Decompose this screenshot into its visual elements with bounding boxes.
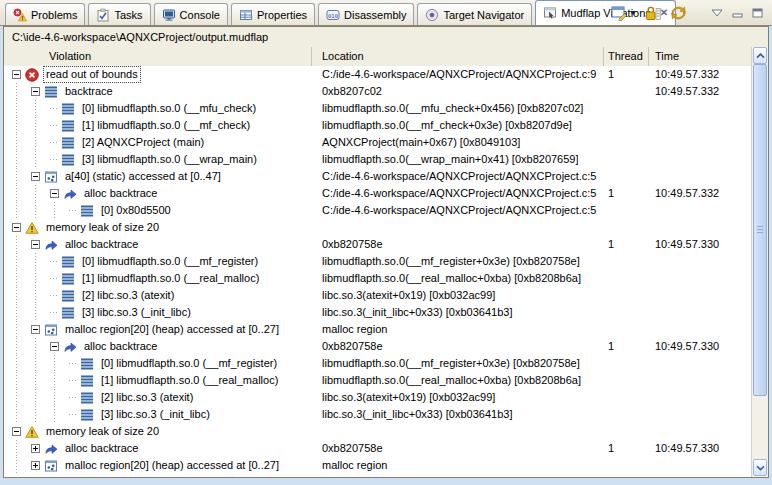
collapse-minus-icon[interactable] (12, 427, 21, 436)
tree-twig (69, 397, 78, 398)
view-tab-bar: ProblemsTasksConsoleProperties010Disasse… (0, 0, 772, 26)
tree-rail (31, 270, 50, 287)
collapse-minus-icon[interactable] (31, 240, 40, 249)
expand-plus-icon[interactable] (31, 444, 40, 453)
backtrace-icon (61, 102, 75, 116)
tree-rail (31, 253, 50, 270)
backtrace-icon (80, 357, 94, 371)
tree-rail (50, 406, 69, 423)
location-cell: libmudflapth.so.0(__real_malloc+0xba) [0… (312, 270, 604, 287)
table-row[interactable]: alloc backtrace0xb820758e110:49.57.330 (4, 236, 751, 253)
violation-label: alloc backtrace (81, 338, 160, 355)
tree-rail (31, 304, 50, 321)
problems-icon (13, 8, 27, 22)
table-row[interactable]: [3] libmudflapth.so.0 (__wrap_main)libmu… (4, 151, 751, 168)
tab-properties[interactable]: Properties (231, 3, 315, 25)
table-row[interactable]: memory leak of size 20 (4, 219, 751, 236)
scroll-lock-button[interactable] (644, 4, 662, 22)
table-row[interactable]: [0] 0x80d5500C:/ide-4.6-workspace/AQNXCP… (4, 202, 751, 219)
tree-rail (31, 185, 50, 202)
table-row[interactable]: alloc backtraceC:/ide-4.6-workspace/AQNX… (4, 185, 751, 202)
table-row[interactable]: alloc backtrace0xb820758e110:49.57.330 (4, 338, 751, 355)
table-row[interactable]: [2] AQNXCProject (main)AQNXCProject(main… (4, 134, 751, 151)
column-header-violation[interactable]: Violation (4, 47, 312, 66)
table-row[interactable]: memory leak of size 20 (4, 423, 751, 440)
collapse-minus-icon[interactable] (31, 325, 40, 334)
tree-rail (12, 100, 31, 117)
table-row[interactable]: [0] libmudflapth.so.0 (__mf_register)lib… (4, 355, 751, 372)
collapse-minus-icon[interactable] (50, 342, 59, 351)
tree-rail (12, 236, 31, 253)
tree-rail (12, 304, 31, 321)
time-cell: 10:49.57.332 (649, 83, 751, 100)
tree-rail (31, 100, 50, 117)
time-cell (649, 423, 751, 440)
dropdown-arrow-icon[interactable] (630, 11, 636, 15)
tree-rail (12, 355, 31, 372)
time-cell (649, 117, 751, 134)
backtrace-icon (61, 255, 75, 269)
collapse-minus-icon[interactable] (31, 87, 40, 96)
mudflap-violations-icon (543, 6, 557, 20)
minimize-button[interactable] (731, 8, 744, 19)
location-cell: malloc region (312, 321, 604, 338)
location-cell (312, 423, 604, 440)
table-row[interactable]: [1] libmudflapth.so.0 (__real_malloc)lib… (4, 372, 751, 389)
location-cell: 0xb820758e (312, 338, 604, 355)
table-row[interactable]: [1] libmudflapth.so.0 (__real_malloc)lib… (4, 270, 751, 287)
tree-rail (12, 117, 31, 134)
collapse-minus-icon[interactable] (12, 70, 21, 79)
maximize-button[interactable] (751, 7, 764, 19)
column-header-location[interactable]: Location (312, 47, 604, 66)
table-row[interactable]: a[40] (static) accessed at [0..47]C:/ide… (4, 168, 751, 185)
tab-label: Target Navigator (443, 9, 524, 21)
thread-cell (604, 100, 649, 117)
table-row[interactable]: backtrace0xb8207c0210:49.57.332 (4, 83, 751, 100)
location-cell: C:/ide-4.6-workspace/AQNXCProject/AQNXCP… (312, 202, 604, 219)
time-cell (649, 270, 751, 287)
thread-cell (604, 270, 649, 287)
table-row[interactable]: malloc region[20] (heap) accessed at [0.… (4, 457, 751, 474)
violation-label: alloc backtrace (81, 185, 160, 202)
collapse-minus-icon[interactable] (50, 189, 59, 198)
collapse-minus-icon[interactable] (31, 172, 40, 181)
table-row[interactable]: [3] libc.so.3 (_init_libc)libc.so.3(_ini… (4, 304, 751, 321)
violation-cell: [0] libmudflapth.so.0 (__mf_register) (4, 355, 312, 372)
location-cell (312, 219, 604, 236)
tab-tasks[interactable]: Tasks (88, 3, 150, 25)
log-actions-button[interactable] (610, 4, 637, 22)
tab-console[interactable]: Console (154, 3, 228, 25)
table-row[interactable]: alloc backtrace0xb820758e110:49.57.330 (4, 440, 751, 457)
tab-disassembly[interactable]: 010Disassembly (318, 3, 414, 25)
scrollbar-thumb[interactable] (753, 64, 767, 396)
tab-problems[interactable]: Problems (5, 3, 85, 25)
tree-twig (69, 380, 78, 381)
vertical-scrollbar[interactable] (751, 47, 768, 477)
thread-cell: 1 (604, 440, 649, 457)
refresh-button[interactable] (669, 4, 688, 22)
expand-plus-icon[interactable] (31, 461, 40, 470)
table-row[interactable]: read out of boundsC:/ide-4.6-workspace/A… (4, 66, 751, 83)
alloc-icon (44, 442, 58, 456)
table-row[interactable]: [1] libmudflapth.so.0 (__mf_check)libmud… (4, 117, 751, 134)
thread-cell (604, 253, 649, 270)
tree-rail (50, 389, 69, 406)
table-row[interactable]: [3] libc.so.3 (_init_libc)libc.so.3(_ini… (4, 406, 751, 423)
violation-label: [1] libmudflapth.so.0 (__real_malloc) (79, 270, 262, 287)
tab-target-navigator[interactable]: Target Navigator (417, 3, 532, 25)
thread-cell (604, 287, 649, 304)
collapse-minus-icon[interactable] (12, 223, 21, 232)
scroll-down-button[interactable] (753, 459, 767, 476)
table-row[interactable]: [0] libmudflapth.so.0 (__mfu_check)libmu… (4, 100, 751, 117)
table-row[interactable]: [2] libc.so.3 (atexit)libc.so.3(atexit+0… (4, 287, 751, 304)
violation-label: a[40] (static) accessed at [0..47] (62, 168, 224, 185)
scroll-up-button[interactable] (753, 47, 767, 64)
table-row[interactable]: [0] libmudflapth.so.0 (__mf_register)lib… (4, 253, 751, 270)
table-row[interactable]: [2] libc.so.3 (atexit)libc.so.3(atexit+0… (4, 389, 751, 406)
column-header-thread[interactable]: Thread (604, 47, 649, 66)
view-menu-button[interactable] (710, 8, 724, 18)
mudflap-violations-view: ProblemsTasksConsoleProperties010Disasse… (0, 0, 772, 485)
violation-cell: alloc backtrace (4, 236, 312, 253)
tree-rail (50, 202, 69, 219)
table-row[interactable]: malloc region[20] (heap) accessed at [0.… (4, 321, 751, 338)
